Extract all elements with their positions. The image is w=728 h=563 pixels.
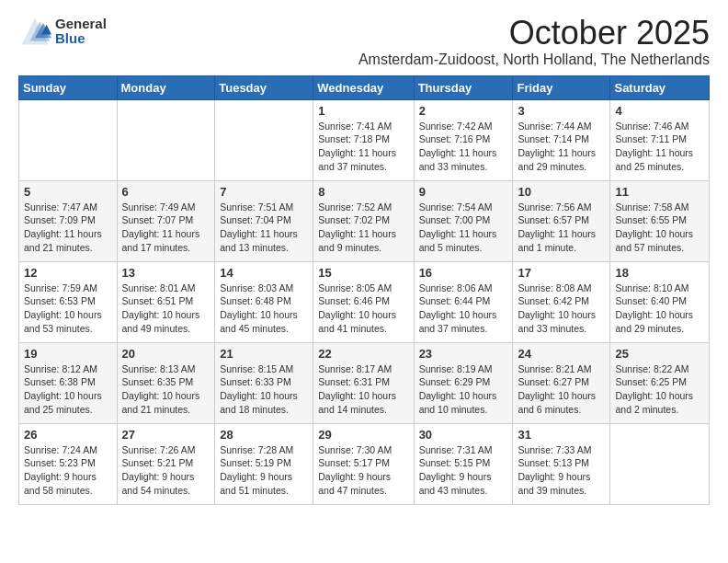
day-info: Sunrise: 8:13 AMSunset: 6:35 PMDaylight:… — [122, 362, 210, 417]
day-number: 2 — [419, 104, 508, 118]
day-cell: 15Sunrise: 8:05 AMSunset: 6:46 PMDayligh… — [313, 261, 414, 342]
day-number: 21 — [220, 347, 308, 361]
day-info: Sunrise: 8:19 AMSunset: 6:29 PMDaylight:… — [419, 362, 508, 417]
day-cell: 10Sunrise: 7:56 AMSunset: 6:57 PMDayligh… — [513, 180, 610, 261]
day-cell: 12Sunrise: 7:59 AMSunset: 6:53 PMDayligh… — [19, 261, 118, 342]
day-number: 11 — [615, 185, 704, 199]
weekday-row: Sunday Monday Tuesday Wednesday Thursday… — [19, 75, 710, 99]
week-row-1: 1Sunrise: 7:41 AMSunset: 7:18 PMDaylight… — [19, 99, 710, 180]
logo-text: General Blue — [55, 17, 107, 47]
location-title: Amsterdam-Zuidoost, North Holland, The N… — [358, 52, 710, 68]
col-friday: Friday — [513, 75, 610, 99]
day-info: Sunrise: 7:54 AMSunset: 7:00 PMDaylight:… — [419, 201, 508, 255]
day-cell: 3Sunrise: 7:44 AMSunset: 7:14 PMDaylight… — [513, 99, 610, 180]
day-cell: 11Sunrise: 7:58 AMSunset: 6:55 PMDayligh… — [610, 180, 710, 261]
col-thursday: Thursday — [414, 75, 513, 99]
col-monday: Monday — [117, 75, 215, 99]
day-cell: 6Sunrise: 7:49 AMSunset: 7:07 PMDaylight… — [117, 180, 215, 261]
day-cell — [215, 99, 313, 180]
day-cell — [117, 99, 215, 180]
day-number: 30 — [419, 428, 508, 442]
day-info: Sunrise: 8:06 AMSunset: 6:44 PMDaylight:… — [419, 282, 508, 336]
day-number: 23 — [419, 347, 508, 361]
day-info: Sunrise: 8:12 AMSunset: 6:38 PMDaylight:… — [24, 362, 112, 417]
week-row-4: 19Sunrise: 8:12 AMSunset: 6:38 PMDayligh… — [19, 342, 710, 423]
day-number: 7 — [220, 185, 308, 199]
logo-general-text: General — [55, 17, 107, 32]
week-row-3: 12Sunrise: 7:59 AMSunset: 6:53 PMDayligh… — [19, 261, 710, 342]
day-info: Sunrise: 8:22 AMSunset: 6:25 PMDaylight:… — [615, 362, 704, 417]
day-info: Sunrise: 8:21 AMSunset: 6:27 PMDaylight:… — [518, 362, 605, 417]
day-info: Sunrise: 7:49 AMSunset: 7:07 PMDaylight:… — [122, 201, 210, 255]
calendar-body: 1Sunrise: 7:41 AMSunset: 7:18 PMDaylight… — [19, 99, 710, 504]
day-number: 10 — [518, 185, 605, 199]
day-number: 16 — [419, 266, 508, 280]
day-cell: 21Sunrise: 8:15 AMSunset: 6:33 PMDayligh… — [215, 342, 313, 423]
day-info: Sunrise: 7:44 AMSunset: 7:14 PMDaylight:… — [518, 120, 605, 174]
logo: General Blue — [18, 15, 107, 48]
day-cell: 20Sunrise: 8:13 AMSunset: 6:35 PMDayligh… — [117, 342, 215, 423]
col-tuesday: Tuesday — [215, 75, 313, 99]
day-info: Sunrise: 7:30 AMSunset: 5:17 PMDaylight:… — [318, 443, 408, 498]
day-cell: 1Sunrise: 7:41 AMSunset: 7:18 PMDaylight… — [313, 99, 414, 180]
day-cell: 17Sunrise: 8:08 AMSunset: 6:42 PMDayligh… — [513, 261, 610, 342]
day-number: 31 — [518, 428, 605, 442]
day-cell: 5Sunrise: 7:47 AMSunset: 7:09 PMDaylight… — [19, 180, 118, 261]
day-info: Sunrise: 7:31 AMSunset: 5:15 PMDaylight:… — [419, 443, 508, 498]
title-block: October 2025 Amsterdam-Zuidoost, North H… — [358, 15, 710, 68]
day-info: Sunrise: 7:28 AMSunset: 5:19 PMDaylight:… — [220, 443, 308, 498]
day-number: 9 — [419, 185, 508, 199]
day-number: 15 — [318, 266, 408, 280]
day-info: Sunrise: 8:08 AMSunset: 6:42 PMDaylight:… — [518, 282, 605, 336]
day-cell: 2Sunrise: 7:42 AMSunset: 7:16 PMDaylight… — [414, 99, 513, 180]
day-info: Sunrise: 8:15 AMSunset: 6:33 PMDaylight:… — [220, 362, 308, 417]
day-number: 17 — [518, 266, 605, 280]
logo-blue-text: Blue — [55, 31, 107, 47]
day-info: Sunrise: 7:24 AMSunset: 5:23 PMDaylight:… — [24, 443, 112, 498]
calendar-container: General Blue October 2025 Amsterdam-Zuid… — [0, 0, 728, 516]
day-info: Sunrise: 8:05 AMSunset: 6:46 PMDaylight:… — [318, 282, 408, 336]
day-cell: 31Sunrise: 7:33 AMSunset: 5:13 PMDayligh… — [513, 423, 610, 504]
col-saturday: Saturday — [610, 75, 710, 99]
week-row-5: 26Sunrise: 7:24 AMSunset: 5:23 PMDayligh… — [19, 423, 710, 504]
day-cell: 9Sunrise: 7:54 AMSunset: 7:00 PMDaylight… — [414, 180, 513, 261]
day-cell: 4Sunrise: 7:46 AMSunset: 7:11 PMDaylight… — [610, 99, 710, 180]
day-number: 14 — [220, 266, 308, 280]
logo-icon — [18, 15, 51, 48]
day-cell: 29Sunrise: 7:30 AMSunset: 5:17 PMDayligh… — [313, 423, 414, 504]
day-cell: 22Sunrise: 8:17 AMSunset: 6:31 PMDayligh… — [313, 342, 414, 423]
day-info: Sunrise: 7:51 AMSunset: 7:04 PMDaylight:… — [220, 201, 308, 255]
day-cell: 25Sunrise: 8:22 AMSunset: 6:25 PMDayligh… — [610, 342, 710, 423]
day-info: Sunrise: 7:33 AMSunset: 5:13 PMDaylight:… — [518, 443, 605, 498]
day-cell — [610, 423, 710, 504]
day-number: 1 — [318, 104, 408, 118]
day-info: Sunrise: 8:01 AMSunset: 6:51 PMDaylight:… — [122, 282, 210, 336]
day-cell: 27Sunrise: 7:26 AMSunset: 5:21 PMDayligh… — [117, 423, 215, 504]
day-cell: 18Sunrise: 8:10 AMSunset: 6:40 PMDayligh… — [610, 261, 710, 342]
col-sunday: Sunday — [19, 75, 118, 99]
calendar-header: Sunday Monday Tuesday Wednesday Thursday… — [19, 75, 710, 99]
day-info: Sunrise: 8:10 AMSunset: 6:40 PMDaylight:… — [615, 282, 704, 336]
day-number: 29 — [318, 428, 408, 442]
day-number: 3 — [518, 104, 605, 118]
day-cell: 13Sunrise: 8:01 AMSunset: 6:51 PMDayligh… — [117, 261, 215, 342]
col-wednesday: Wednesday — [313, 75, 414, 99]
day-number: 6 — [122, 185, 210, 199]
day-cell — [19, 99, 118, 180]
day-cell: 16Sunrise: 8:06 AMSunset: 6:44 PMDayligh… — [414, 261, 513, 342]
day-number: 8 — [318, 185, 408, 199]
day-cell: 7Sunrise: 7:51 AMSunset: 7:04 PMDaylight… — [215, 180, 313, 261]
day-cell: 23Sunrise: 8:19 AMSunset: 6:29 PMDayligh… — [414, 342, 513, 423]
week-row-2: 5Sunrise: 7:47 AMSunset: 7:09 PMDaylight… — [19, 180, 710, 261]
header: General Blue October 2025 Amsterdam-Zuid… — [18, 15, 710, 68]
day-info: Sunrise: 7:41 AMSunset: 7:18 PMDaylight:… — [318, 120, 408, 174]
calendar-table: Sunday Monday Tuesday Wednesday Thursday… — [18, 75, 710, 505]
day-number: 22 — [318, 347, 408, 361]
day-info: Sunrise: 7:47 AMSunset: 7:09 PMDaylight:… — [24, 201, 112, 255]
day-number: 12 — [24, 266, 112, 280]
day-info: Sunrise: 8:17 AMSunset: 6:31 PMDaylight:… — [318, 362, 408, 417]
day-number: 18 — [615, 266, 704, 280]
day-number: 19 — [24, 347, 112, 361]
day-info: Sunrise: 7:59 AMSunset: 6:53 PMDaylight:… — [24, 282, 112, 336]
day-info: Sunrise: 7:58 AMSunset: 6:55 PMDaylight:… — [615, 201, 704, 255]
